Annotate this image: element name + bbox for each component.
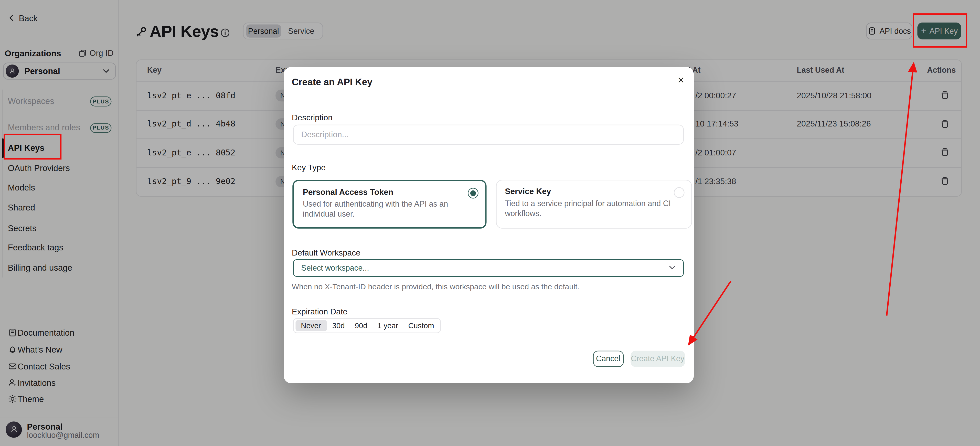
- default-workspace-label: Default Workspace: [292, 248, 360, 258]
- description-input[interactable]: [293, 125, 684, 144]
- modal-title: Create an API Key: [292, 76, 372, 87]
- expiration-option-90d[interactable]: 90d: [350, 320, 372, 331]
- cancel-button[interactable]: Cancel: [593, 350, 624, 367]
- key-type-label: Key Type: [292, 163, 326, 172]
- key-type-description: Tied to a service principal for automati…: [505, 199, 685, 219]
- key-type-description: Used for authenticating with the API as …: [303, 200, 458, 220]
- key-type-card-personal-access-token[interactable]: Personal Access Token Used for authentic…: [292, 180, 487, 229]
- expiration-option-never[interactable]: Never: [295, 320, 326, 331]
- workspace-select[interactable]: Select workspace...: [293, 260, 684, 277]
- expiration-date-label: Expiration Date: [292, 307, 347, 317]
- expiration-option-custom[interactable]: Custom: [404, 320, 439, 331]
- key-type-title: Personal Access Token: [303, 187, 393, 197]
- workspace-select-placeholder: Select workspace...: [301, 263, 669, 272]
- radio-unselected-icon[interactable]: [674, 187, 684, 198]
- create-api-key-modal: Create an API Key ✕ Description Key Type…: [284, 67, 694, 383]
- workspace-helper-text: When no X-Tenant-ID header is provided, …: [292, 282, 580, 291]
- expiration-option-1-year[interactable]: 1 year: [373, 320, 403, 331]
- key-type-card-service-key[interactable]: Service Key Tied to a service principal …: [496, 180, 692, 229]
- expiration-option-30d[interactable]: 30d: [328, 320, 349, 331]
- key-type-title: Service Key: [505, 186, 551, 196]
- chevron-down-icon: [669, 266, 676, 270]
- expiration-options: Never 30d 90d 1 year Custom: [293, 318, 441, 333]
- create-api-key-button[interactable]: Create API Key: [630, 350, 685, 367]
- description-label: Description: [292, 113, 332, 123]
- app-window: Back Organizations Org ID Personal Works…: [0, 0, 980, 446]
- close-icon[interactable]: ✕: [676, 75, 686, 86]
- radio-selected-icon[interactable]: [468, 188, 479, 199]
